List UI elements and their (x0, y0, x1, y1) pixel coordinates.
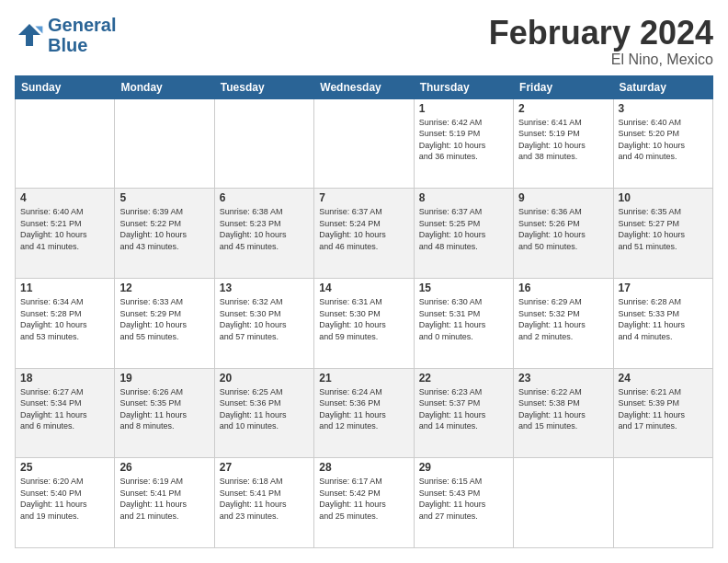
cell-content-25: Sunrise: 6:20 AM Sunset: 5:40 PM Dayligh… (20, 476, 109, 522)
day-num-16: 16 (518, 282, 608, 294)
month-title: February 2024 (489, 15, 713, 52)
cell-content-19: Sunrise: 6:26 AM Sunset: 5:35 PM Dayligh… (119, 386, 209, 432)
week-row-2: 11Sunrise: 6:34 AM Sunset: 5:28 PM Dayli… (16, 278, 713, 368)
cell-1-3: 7Sunrise: 6:37 AM Sunset: 5:24 PM Daylig… (314, 189, 414, 279)
cell-4-4: 29Sunrise: 6:15 AM Sunset: 5:43 PM Dayli… (414, 458, 513, 548)
col-wednesday: Wednesday (314, 75, 414, 98)
cell-0-0 (16, 98, 115, 189)
cell-content-21: Sunrise: 6:24 AM Sunset: 5:36 PM Dayligh… (319, 386, 408, 432)
day-num-24: 24 (619, 372, 708, 385)
cell-content-16: Sunrise: 6:29 AM Sunset: 5:32 PM Dayligh… (518, 296, 608, 342)
cell-4-1: 26Sunrise: 6:19 AM Sunset: 5:41 PM Dayli… (115, 458, 214, 548)
cell-3-3: 21Sunrise: 6:24 AM Sunset: 5:36 PM Dayli… (314, 368, 414, 458)
day-num-2: 2 (518, 102, 608, 115)
cell-content-5: Sunrise: 6:39 AM Sunset: 5:22 PM Dayligh… (119, 206, 209, 252)
cell-content-24: Sunrise: 6:21 AM Sunset: 5:39 PM Dayligh… (619, 386, 708, 432)
col-friday: Friday (514, 75, 613, 98)
logo-text: General Blue (48, 15, 116, 55)
cell-content-10: Sunrise: 6:35 AM Sunset: 5:27 PM Dayligh… (619, 206, 708, 252)
logo: General Blue (15, 15, 116, 55)
day-num-6: 6 (220, 191, 309, 204)
cell-1-4: 8Sunrise: 6:37 AM Sunset: 5:25 PM Daylig… (414, 189, 513, 279)
day-num-29: 29 (419, 461, 508, 474)
page: General Blue February 2024 El Nino, Mexi… (0, 0, 728, 563)
day-num-14: 14 (319, 282, 408, 294)
cell-4-6 (613, 458, 712, 548)
cell-1-6: 10Sunrise: 6:35 AM Sunset: 5:27 PM Dayli… (613, 189, 712, 279)
day-num-11: 11 (20, 282, 109, 294)
day-num-1: 1 (419, 102, 508, 115)
col-monday: Monday (115, 75, 214, 98)
cell-0-5: 2Sunrise: 6:41 AM Sunset: 5:19 PM Daylig… (514, 98, 613, 189)
cell-2-6: 17Sunrise: 6:28 AM Sunset: 5:33 PM Dayli… (613, 278, 712, 368)
logo-line1: General (48, 15, 116, 35)
day-num-8: 8 (419, 191, 508, 204)
calendar-table: Sunday Monday Tuesday Wednesday Thursday… (15, 75, 713, 548)
cell-content-28: Sunrise: 6:17 AM Sunset: 5:42 PM Dayligh… (319, 476, 408, 522)
cell-3-4: 22Sunrise: 6:23 AM Sunset: 5:37 PM Dayli… (414, 368, 513, 458)
cell-4-0: 25Sunrise: 6:20 AM Sunset: 5:40 PM Dayli… (16, 458, 115, 548)
cell-1-5: 9Sunrise: 6:36 AM Sunset: 5:26 PM Daylig… (514, 189, 613, 279)
cell-content-12: Sunrise: 6:33 AM Sunset: 5:29 PM Dayligh… (119, 296, 209, 342)
cell-3-1: 19Sunrise: 6:26 AM Sunset: 5:35 PM Dayli… (115, 368, 214, 458)
cell-content-2: Sunrise: 6:41 AM Sunset: 5:19 PM Dayligh… (518, 117, 608, 163)
cell-content-6: Sunrise: 6:38 AM Sunset: 5:23 PM Dayligh… (220, 206, 309, 252)
header: General Blue February 2024 El Nino, Mexi… (15, 15, 713, 68)
day-num-3: 3 (619, 102, 708, 115)
cell-3-6: 24Sunrise: 6:21 AM Sunset: 5:39 PM Dayli… (613, 368, 712, 458)
cell-4-3: 28Sunrise: 6:17 AM Sunset: 5:42 PM Dayli… (314, 458, 414, 548)
day-num-17: 17 (619, 282, 708, 294)
day-num-28: 28 (319, 461, 408, 474)
cell-content-9: Sunrise: 6:36 AM Sunset: 5:26 PM Dayligh… (518, 206, 608, 252)
cell-content-17: Sunrise: 6:28 AM Sunset: 5:33 PM Dayligh… (619, 296, 708, 342)
cell-2-4: 15Sunrise: 6:30 AM Sunset: 5:31 PM Dayli… (414, 278, 513, 368)
cell-content-26: Sunrise: 6:19 AM Sunset: 5:41 PM Dayligh… (119, 476, 209, 522)
cell-content-1: Sunrise: 6:42 AM Sunset: 5:19 PM Dayligh… (419, 117, 508, 163)
cell-4-5 (514, 458, 613, 548)
cell-2-1: 12Sunrise: 6:33 AM Sunset: 5:29 PM Dayli… (115, 278, 214, 368)
logo-line2: Blue (48, 35, 87, 55)
day-num-27: 27 (220, 461, 309, 474)
col-sunday: Sunday (16, 75, 115, 98)
day-num-19: 19 (119, 372, 209, 385)
cell-0-2 (214, 98, 313, 189)
cell-0-3 (314, 98, 414, 189)
col-thursday: Thursday (414, 75, 513, 98)
day-num-23: 23 (518, 372, 608, 385)
cell-content-13: Sunrise: 6:32 AM Sunset: 5:30 PM Dayligh… (220, 296, 309, 342)
week-row-3: 18Sunrise: 6:27 AM Sunset: 5:34 PM Dayli… (16, 368, 713, 458)
cell-3-2: 20Sunrise: 6:25 AM Sunset: 5:36 PM Dayli… (214, 368, 313, 458)
cell-0-6: 3Sunrise: 6:40 AM Sunset: 5:20 PM Daylig… (613, 98, 712, 189)
day-num-21: 21 (319, 372, 408, 385)
day-num-22: 22 (419, 372, 508, 385)
cell-2-5: 16Sunrise: 6:29 AM Sunset: 5:32 PM Dayli… (514, 278, 613, 368)
day-num-15: 15 (419, 282, 508, 294)
day-num-18: 18 (20, 372, 109, 385)
week-row-1: 4Sunrise: 6:40 AM Sunset: 5:21 PM Daylig… (16, 189, 713, 279)
day-num-12: 12 (119, 282, 209, 294)
cell-0-4: 1Sunrise: 6:42 AM Sunset: 5:19 PM Daylig… (414, 98, 513, 189)
cell-content-3: Sunrise: 6:40 AM Sunset: 5:20 PM Dayligh… (619, 117, 708, 163)
cell-content-27: Sunrise: 6:18 AM Sunset: 5:41 PM Dayligh… (220, 476, 309, 522)
location: El Nino, Mexico (489, 52, 713, 68)
cell-content-23: Sunrise: 6:22 AM Sunset: 5:38 PM Dayligh… (518, 386, 608, 432)
cell-2-2: 13Sunrise: 6:32 AM Sunset: 5:30 PM Dayli… (214, 278, 313, 368)
day-num-25: 25 (20, 461, 109, 474)
cell-content-7: Sunrise: 6:37 AM Sunset: 5:24 PM Dayligh… (319, 206, 408, 252)
cell-2-3: 14Sunrise: 6:31 AM Sunset: 5:30 PM Dayli… (314, 278, 414, 368)
day-num-10: 10 (619, 191, 708, 204)
cell-content-22: Sunrise: 6:23 AM Sunset: 5:37 PM Dayligh… (419, 386, 508, 432)
day-num-4: 4 (20, 191, 109, 204)
cell-content-11: Sunrise: 6:34 AM Sunset: 5:28 PM Dayligh… (20, 296, 109, 342)
col-saturday: Saturday (613, 75, 712, 98)
day-num-20: 20 (220, 372, 309, 385)
day-num-26: 26 (119, 461, 209, 474)
day-num-13: 13 (220, 282, 309, 294)
col-tuesday: Tuesday (214, 75, 313, 98)
day-num-9: 9 (518, 191, 608, 204)
cell-2-0: 11Sunrise: 6:34 AM Sunset: 5:28 PM Dayli… (16, 278, 115, 368)
cell-1-0: 4Sunrise: 6:40 AM Sunset: 5:21 PM Daylig… (16, 189, 115, 279)
day-num-7: 7 (319, 191, 408, 204)
cell-content-20: Sunrise: 6:25 AM Sunset: 5:36 PM Dayligh… (220, 386, 309, 432)
week-row-4: 25Sunrise: 6:20 AM Sunset: 5:40 PM Dayli… (16, 458, 713, 548)
